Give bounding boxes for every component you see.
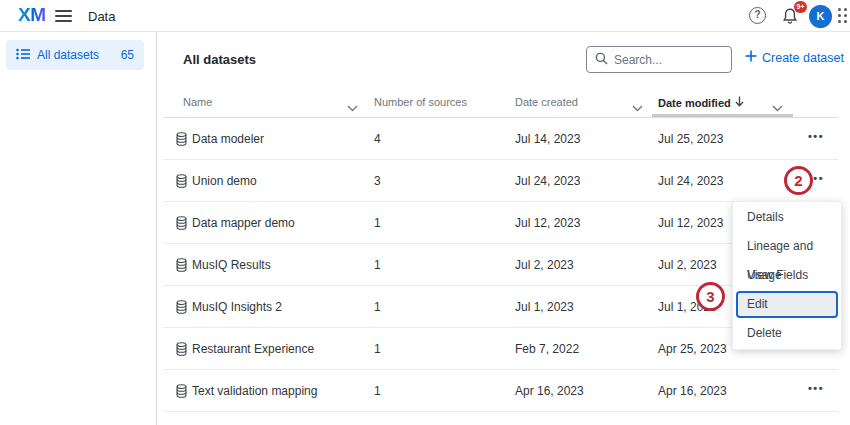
column-header-modified-label: Date modified [658, 97, 731, 109]
dataset-created: Jul 12, 2023 [515, 216, 580, 230]
menu-item-lineage-and-usage[interactable]: Lineage and Usage [733, 232, 841, 261]
chevron-down-icon[interactable] [347, 98, 358, 116]
dataset-created: Apr 16, 2023 [515, 384, 584, 398]
sidebar-item-count: 65 [121, 48, 134, 62]
search-box[interactable] [586, 46, 732, 73]
dataset-sources: 1 [374, 258, 381, 272]
menu-item-delete[interactable]: Delete [733, 319, 841, 348]
dataset-sources: 3 [374, 174, 381, 188]
table-row[interactable]: Union demo 3 Jul 24, 2023 Jul 24, 2023 •… [163, 160, 838, 202]
dataset-name: Union demo [192, 174, 257, 188]
annotation-step-3: 3 [696, 282, 725, 311]
chevron-down-icon[interactable] [632, 98, 643, 116]
avatar[interactable]: K [809, 5, 832, 28]
dataset-modified: Jul 25, 2023 [658, 132, 723, 146]
dataset-modified: Apr 16, 2023 [658, 384, 727, 398]
dataset-icon [176, 300, 187, 318]
dataset-name: Text validation mapping [192, 384, 317, 398]
dataset-icon [176, 258, 187, 276]
notification-badge: 9+ [794, 1, 807, 13]
dataset-sources: 1 [374, 342, 381, 356]
row-actions-ellipsis-icon[interactable]: ••• [808, 382, 824, 394]
menu-item-view-fields[interactable]: View Fields [733, 261, 841, 290]
dataset-modified: Jul 12, 2023 [658, 216, 723, 230]
dataset-icon [176, 174, 187, 192]
table-row[interactable]: Data modeler 4 Jul 14, 2023 Jul 25, 2023… [163, 118, 838, 160]
create-dataset-button[interactable]: Create dataset [745, 50, 844, 65]
column-header-name[interactable]: Name [183, 96, 212, 108]
top-bar: XM Data ? 9+ K [0, 0, 850, 32]
dataset-modified: Jul 2, 2023 [658, 258, 717, 272]
hamburger-menu-icon[interactable] [55, 10, 72, 22]
search-input[interactable] [614, 53, 724, 67]
dataset-created: Feb 7, 2022 [515, 342, 579, 356]
sidebar-item-all-datasets[interactable]: All datasets 65 [6, 40, 144, 70]
table-row[interactable]: Text validation mapping 1 Apr 16, 2023 A… [163, 370, 838, 412]
sort-descending-arrow-icon [735, 96, 744, 109]
row-context-menu: Details Lineage and Usage View Fields Ed… [732, 201, 842, 350]
dataset-created: Jul 14, 2023 [515, 132, 580, 146]
column-header-sources[interactable]: Number of sources [374, 96, 467, 108]
dataset-icon [176, 216, 187, 234]
help-icon[interactable]: ? [749, 7, 766, 24]
menu-item-edit[interactable]: Edit [736, 291, 838, 318]
dataset-created: Jul 24, 2023 [515, 174, 580, 188]
dataset-modified: Apr 25, 2023 [658, 342, 727, 356]
app-window: XM Data ? 9+ K All datasets 65 All datas… [0, 0, 850, 425]
column-header-modified[interactable]: Date modified [658, 96, 744, 109]
create-dataset-label: Create dataset [762, 51, 844, 65]
dataset-sources: 1 [374, 300, 381, 314]
dataset-name: Data modeler [192, 132, 264, 146]
list-icon [16, 46, 30, 64]
page-title: All datasets [183, 52, 256, 67]
dataset-sources: 1 [374, 384, 381, 398]
search-icon [595, 51, 608, 69]
app-title: Data [88, 9, 115, 24]
app-switcher-icon[interactable] [838, 8, 850, 24]
sidebar-item-label: All datasets [37, 48, 99, 62]
dataset-icon [176, 342, 187, 360]
dataset-sources: 4 [374, 132, 381, 146]
dataset-created: Jul 1, 2023 [515, 300, 574, 314]
dataset-created: Jul 2, 2023 [515, 258, 574, 272]
dataset-name: MusIQ Results [192, 258, 271, 272]
column-header-created[interactable]: Date created [515, 96, 578, 108]
dataset-name: Data mapper demo [192, 216, 295, 230]
dataset-sources: 1 [374, 216, 381, 230]
row-actions-ellipsis-icon[interactable]: ••• [808, 130, 824, 142]
dataset-icon [176, 384, 187, 402]
dataset-name: MusIQ Insights 2 [192, 300, 282, 314]
sidebar-divider [156, 32, 157, 425]
menu-item-details[interactable]: Details [733, 203, 841, 232]
dataset-icon [176, 132, 187, 150]
dataset-modified: Jul 24, 2023 [658, 174, 723, 188]
annotation-step-2: 2 [784, 166, 813, 195]
plus-icon [745, 50, 757, 65]
xm-logo[interactable]: XM [18, 4, 46, 26]
dataset-name: Restaurant Experience [192, 342, 314, 356]
